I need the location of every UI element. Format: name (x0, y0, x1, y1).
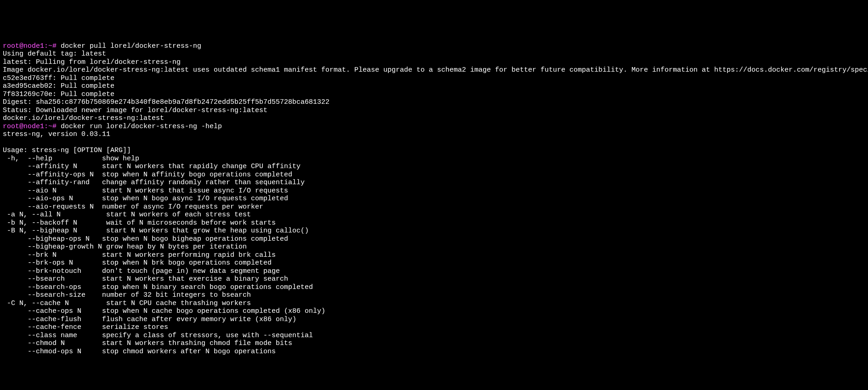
command-1: docker pull lorel/docker-stress-ng (57, 42, 201, 50)
output-pull: Using default tag: latest latest: Pullin… (3, 50, 868, 122)
prompt-user-1: root@node1 (3, 42, 44, 50)
prompt-sep-1: :~# (44, 42, 57, 50)
terminal[interactable]: root@node1:~# docker pull lorel/docker-s… (0, 40, 868, 358)
prompt-user-2: root@node1 (3, 123, 44, 130)
prompt-sep-2: :~# (44, 123, 57, 130)
command-2: docker run lorel/docker-stress-ng -help (57, 123, 222, 130)
output-help: stress-ng, version 0.03.11 Usage: stress… (3, 130, 325, 356)
